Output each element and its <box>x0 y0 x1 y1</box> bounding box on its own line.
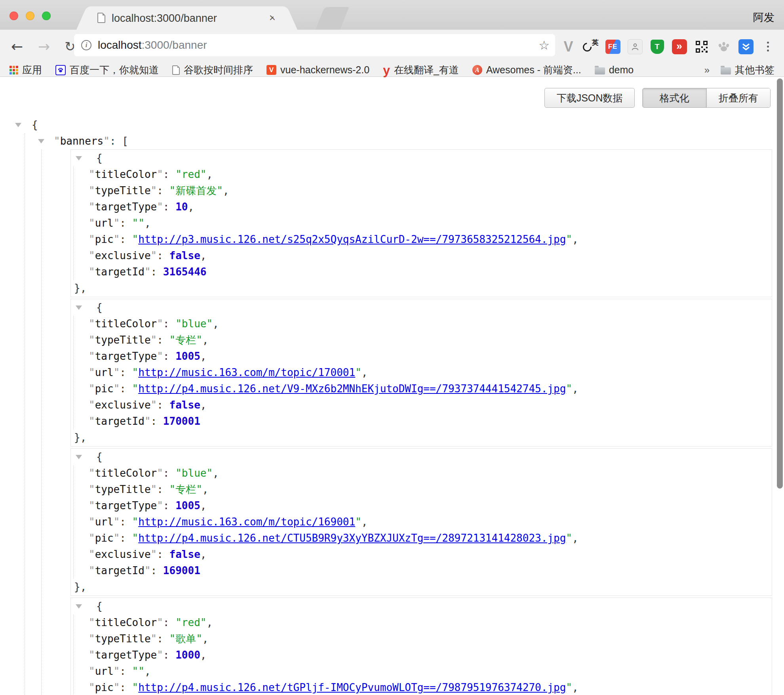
bookmark-star-icon[interactable]: ☆ <box>539 34 550 56</box>
other-bookmarks-folder[interactable]: 其他书签 <box>721 63 774 76</box>
json-link-value[interactable]: http://p3.music.126.net/s25q2x5QyqsAzilC… <box>138 233 566 245</box>
quote: " <box>566 383 572 395</box>
root-open-brace: { <box>32 119 38 131</box>
kebab-menu-icon <box>767 42 769 52</box>
collapse-all-button[interactable]: 折叠所有 <box>706 88 771 107</box>
json-link-value[interactable]: http://music.163.com/m/topic/170001 <box>138 367 355 378</box>
paw-glyph <box>717 40 731 53</box>
collapse-triangle-icon[interactable] <box>38 139 44 143</box>
bookmarks-overflow-chevron[interactable]: » <box>704 65 710 76</box>
bookmark-baidu[interactable]: 百度一下，你就知道 <box>55 63 159 76</box>
quote: " <box>89 185 95 197</box>
fe-extension-icon[interactable]: FE <box>603 37 622 56</box>
scrollbar-thumb[interactable] <box>777 78 783 489</box>
quote: " <box>114 383 120 395</box>
comma: , <box>362 516 368 528</box>
bookmark-google-sort[interactable]: 谷歌按时间排序 <box>172 63 253 76</box>
json-link-value[interactable]: http://p4.music.126.net/CTU5B9R9y3XyYBZX… <box>138 532 566 544</box>
bookmark-awesomes[interactable]: A Awesomes - 前端资... <box>472 63 581 76</box>
json-key: banners <box>60 135 104 147</box>
quote: " <box>157 168 163 180</box>
quote: " <box>145 266 151 278</box>
quote: " <box>132 682 139 693</box>
json-property-line: "typeTitle": "新碟首发", <box>74 183 772 199</box>
json-key: typeTitle <box>95 334 151 346</box>
json-bool-value: false <box>169 250 200 262</box>
comma: , <box>362 367 368 378</box>
person-icon <box>628 39 643 54</box>
collapse-triangle-icon[interactable] <box>15 123 21 127</box>
collapse-triangle-icon[interactable] <box>76 455 82 459</box>
video-downloader-icon[interactable]: » <box>670 37 689 56</box>
quote: " <box>89 649 95 661</box>
colon: : <box>157 633 169 645</box>
json-banners-line: "banners": [ <box>0 133 784 149</box>
back-button[interactable]: ← <box>11 30 23 63</box>
json-property-line: "url": "", <box>74 215 772 231</box>
quote: " <box>89 250 95 262</box>
close-window-button[interactable] <box>10 11 18 20</box>
bookmark-apps[interactable]: 应用 <box>10 63 42 76</box>
json-string-value: "" <box>132 217 145 229</box>
json-link-value[interactable]: http://p4.music.126.net/V9-MXz6b2MNhEKju… <box>138 383 566 395</box>
quote: " <box>89 217 95 229</box>
collapse-triangle-icon[interactable] <box>76 156 82 160</box>
download-json-button[interactable]: 下载JSON数据 <box>544 88 635 108</box>
quote: " <box>132 532 139 544</box>
object-open-brace: { <box>96 302 103 313</box>
json-string-value: "blue" <box>175 467 213 479</box>
colon: : <box>163 649 175 661</box>
colon: : <box>163 500 175 512</box>
paw-extension-icon[interactable] <box>714 37 733 56</box>
quote: " <box>151 548 157 560</box>
quote: " <box>89 201 95 213</box>
apps-grid-icon <box>10 66 18 74</box>
sitemap-extension-icon[interactable] <box>626 37 644 56</box>
fullscreen-window-button[interactable] <box>42 11 51 20</box>
collapse-triangle-icon[interactable] <box>76 604 82 609</box>
quote: " <box>132 383 139 395</box>
browser-menu-button[interactable] <box>759 37 777 56</box>
bookmark-youdao[interactable]: y 在线翻译_有道 <box>383 63 459 76</box>
json-object-close-line: }, <box>71 430 772 446</box>
translate-extension-icon[interactable]: 英 <box>581 37 600 56</box>
json-key: titleColor <box>95 168 157 180</box>
browser-tab[interactable]: localhost:3000/banner × <box>91 6 283 30</box>
quote: " <box>157 500 163 512</box>
colon: : <box>163 617 175 628</box>
comma: , <box>200 350 207 362</box>
collapse-triangle-icon[interactable] <box>76 305 82 310</box>
bookmark-folder-demo[interactable]: demo <box>595 64 634 76</box>
json-link-value[interactable]: http://music.163.com/m/topic/169001 <box>138 516 355 528</box>
minimize-window-button[interactable] <box>26 11 34 20</box>
format-button[interactable]: 格式化 <box>643 88 706 107</box>
folder-icon <box>721 67 731 74</box>
new-tab-button[interactable] <box>315 7 349 30</box>
tampermonkey-shield-icon[interactable]: T <box>648 37 666 56</box>
browser-profile-name[interactable]: 阿发 <box>753 10 774 25</box>
json-object-open-line: { <box>71 598 772 615</box>
page-info-icon[interactable]: i <box>81 40 91 50</box>
quote: " <box>89 516 95 528</box>
colon: : <box>151 415 163 427</box>
quote: " <box>89 383 95 395</box>
json-link-value[interactable]: http://p4.music.126.net/tGPljf-IMOCyPvum… <box>138 682 566 693</box>
json-property-line: "titleColor": "red", <box>74 166 772 183</box>
json-root-line: { <box>0 117 784 133</box>
bookmark-label: vue-hackernews-2.0 <box>280 64 369 76</box>
forward-button[interactable]: → <box>38 30 50 63</box>
url-text: localhost:3000/banner <box>98 34 207 56</box>
json-array-item-box: {"titleColor": "blue","typeTitle": "专栏",… <box>70 448 772 596</box>
quote: " <box>157 617 163 628</box>
address-bar[interactable]: i localhost:3000/banner ☆ <box>74 34 555 56</box>
bookmark-vue-hackernews[interactable]: V vue-hackernews-2.0 <box>266 64 369 76</box>
tab-close-icon[interactable]: × <box>269 11 276 24</box>
comma: , <box>202 483 209 495</box>
json-property-line: "typeTitle": "歌单", <box>74 631 772 647</box>
quote: " <box>89 266 95 278</box>
qr-code-icon[interactable] <box>692 37 711 56</box>
vimium-extension-icon[interactable]: V <box>559 37 578 56</box>
download-manager-icon[interactable] <box>736 37 755 56</box>
json-property-line: "url": "http://music.163.com/m/topic/170… <box>74 365 772 381</box>
quote: " <box>89 665 95 677</box>
